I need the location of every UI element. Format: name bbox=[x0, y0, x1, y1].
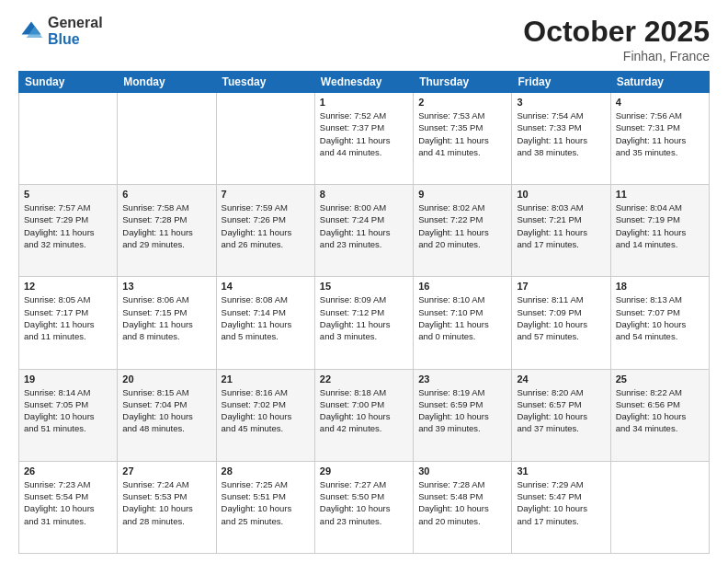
day-cell: 17Sunrise: 8:11 AM Sunset: 7:09 PM Dayli… bbox=[512, 277, 610, 369]
day-cell: 19Sunrise: 8:14 AM Sunset: 7:05 PM Dayli… bbox=[19, 369, 118, 461]
day-info: Sunrise: 8:16 AM Sunset: 7:02 PM Dayligh… bbox=[222, 386, 310, 435]
day-number: 21 bbox=[222, 373, 310, 385]
day-info: Sunrise: 8:02 AM Sunset: 7:22 PM Dayligh… bbox=[418, 201, 506, 250]
day-cell: 21Sunrise: 8:16 AM Sunset: 7:02 PM Dayli… bbox=[216, 369, 314, 461]
day-cell: 2Sunrise: 7:53 AM Sunset: 7:35 PM Daylig… bbox=[414, 93, 512, 185]
day-number: 17 bbox=[517, 281, 605, 292]
day-info: Sunrise: 7:56 AM Sunset: 7:31 PM Dayligh… bbox=[616, 109, 704, 158]
day-cell: 1Sunrise: 7:52 AM Sunset: 7:37 PM Daylig… bbox=[314, 93, 413, 185]
day-cell: 24Sunrise: 8:20 AM Sunset: 6:57 PM Dayli… bbox=[512, 369, 610, 461]
day-cell: 18Sunrise: 8:13 AM Sunset: 7:07 PM Dayli… bbox=[610, 277, 709, 369]
day-info: Sunrise: 7:58 AM Sunset: 7:28 PM Dayligh… bbox=[122, 201, 210, 250]
day-number: 3 bbox=[517, 97, 605, 108]
day-number: 10 bbox=[517, 189, 605, 200]
day-cell bbox=[118, 93, 216, 185]
day-number: 5 bbox=[24, 189, 112, 200]
weekday-tuesday: Tuesday bbox=[216, 72, 314, 93]
logo-general: General bbox=[48, 15, 103, 31]
day-number: 9 bbox=[418, 189, 506, 200]
day-cell: 11Sunrise: 8:04 AM Sunset: 7:19 PM Dayli… bbox=[610, 185, 709, 277]
weekday-header-row: SundayMondayTuesdayWednesdayThursdayFrid… bbox=[19, 72, 710, 93]
day-info: Sunrise: 8:22 AM Sunset: 6:56 PM Dayligh… bbox=[616, 386, 704, 435]
day-cell: 22Sunrise: 8:18 AM Sunset: 7:00 PM Dayli… bbox=[314, 369, 413, 461]
weekday-friday: Friday bbox=[512, 72, 610, 93]
day-info: Sunrise: 7:28 AM Sunset: 5:48 PM Dayligh… bbox=[418, 478, 506, 527]
weekday-wednesday: Wednesday bbox=[314, 72, 413, 93]
day-cell: 5Sunrise: 7:57 AM Sunset: 7:29 PM Daylig… bbox=[19, 185, 118, 277]
day-info: Sunrise: 8:08 AM Sunset: 7:14 PM Dayligh… bbox=[222, 293, 310, 342]
day-info: Sunrise: 8:03 AM Sunset: 7:21 PM Dayligh… bbox=[517, 201, 605, 250]
day-cell: 27Sunrise: 7:24 AM Sunset: 5:53 PM Dayli… bbox=[118, 461, 216, 553]
week-row-5: 26Sunrise: 7:23 AM Sunset: 5:54 PM Dayli… bbox=[19, 461, 710, 553]
day-info: Sunrise: 7:54 AM Sunset: 7:33 PM Dayligh… bbox=[517, 109, 605, 158]
day-info: Sunrise: 8:04 AM Sunset: 7:19 PM Dayligh… bbox=[616, 201, 704, 250]
day-cell: 25Sunrise: 8:22 AM Sunset: 6:56 PM Dayli… bbox=[610, 369, 709, 461]
weekday-saturday: Saturday bbox=[610, 72, 709, 93]
day-info: Sunrise: 7:59 AM Sunset: 7:26 PM Dayligh… bbox=[222, 201, 310, 250]
day-info: Sunrise: 7:29 AM Sunset: 5:47 PM Dayligh… bbox=[517, 478, 605, 527]
day-cell: 23Sunrise: 8:19 AM Sunset: 6:59 PM Dayli… bbox=[414, 369, 512, 461]
week-row-4: 19Sunrise: 8:14 AM Sunset: 7:05 PM Dayli… bbox=[19, 369, 710, 461]
day-number: 19 bbox=[24, 373, 112, 385]
day-number: 12 bbox=[24, 281, 112, 292]
day-cell: 12Sunrise: 8:05 AM Sunset: 7:17 PM Dayli… bbox=[19, 277, 118, 369]
day-cell: 10Sunrise: 8:03 AM Sunset: 7:21 PM Dayli… bbox=[512, 185, 610, 277]
day-number: 24 bbox=[517, 373, 605, 385]
day-number: 28 bbox=[222, 465, 310, 477]
day-number: 7 bbox=[222, 189, 310, 200]
day-info: Sunrise: 7:23 AM Sunset: 5:54 PM Dayligh… bbox=[24, 478, 112, 527]
day-info: Sunrise: 7:57 AM Sunset: 7:29 PM Dayligh… bbox=[24, 201, 112, 250]
day-cell bbox=[610, 461, 709, 553]
day-number: 26 bbox=[24, 465, 112, 477]
day-info: Sunrise: 8:18 AM Sunset: 7:00 PM Dayligh… bbox=[320, 386, 408, 435]
day-number: 6 bbox=[122, 189, 210, 200]
day-info: Sunrise: 7:25 AM Sunset: 5:51 PM Dayligh… bbox=[222, 478, 310, 527]
day-info: Sunrise: 8:20 AM Sunset: 6:57 PM Dayligh… bbox=[517, 386, 605, 435]
day-info: Sunrise: 8:10 AM Sunset: 7:10 PM Dayligh… bbox=[418, 293, 506, 342]
day-info: Sunrise: 8:19 AM Sunset: 6:59 PM Dayligh… bbox=[418, 386, 506, 435]
title-area: October 2025 Finhan, France bbox=[523, 15, 710, 63]
day-number: 23 bbox=[418, 373, 506, 385]
week-row-3: 12Sunrise: 8:05 AM Sunset: 7:17 PM Dayli… bbox=[19, 277, 710, 369]
day-cell: 9Sunrise: 8:02 AM Sunset: 7:22 PM Daylig… bbox=[414, 185, 512, 277]
day-info: Sunrise: 8:14 AM Sunset: 7:05 PM Dayligh… bbox=[24, 386, 112, 435]
month-title: October 2025 bbox=[523, 15, 710, 49]
day-number: 4 bbox=[616, 97, 704, 108]
week-row-2: 5Sunrise: 7:57 AM Sunset: 7:29 PM Daylig… bbox=[19, 185, 710, 277]
day-info: Sunrise: 7:52 AM Sunset: 7:37 PM Dayligh… bbox=[320, 109, 408, 158]
location: Finhan, France bbox=[523, 49, 710, 63]
day-cell: 4Sunrise: 7:56 AM Sunset: 7:31 PM Daylig… bbox=[610, 93, 709, 185]
logo-blue: Blue bbox=[48, 31, 103, 48]
day-number: 2 bbox=[418, 97, 506, 108]
day-number: 11 bbox=[616, 189, 704, 200]
day-cell bbox=[19, 93, 118, 185]
day-info: Sunrise: 7:53 AM Sunset: 7:35 PM Dayligh… bbox=[418, 109, 506, 158]
weekday-monday: Monday bbox=[118, 72, 216, 93]
day-info: Sunrise: 7:27 AM Sunset: 5:50 PM Dayligh… bbox=[320, 478, 408, 527]
calendar: SundayMondayTuesdayWednesdayThursdayFrid… bbox=[18, 71, 710, 554]
day-number: 8 bbox=[320, 189, 408, 200]
day-number: 25 bbox=[616, 373, 704, 385]
day-number: 18 bbox=[616, 281, 704, 292]
day-cell: 31Sunrise: 7:29 AM Sunset: 5:47 PM Dayli… bbox=[512, 461, 610, 553]
logo: General Blue bbox=[18, 15, 103, 47]
day-info: Sunrise: 8:00 AM Sunset: 7:24 PM Dayligh… bbox=[320, 201, 408, 250]
day-cell: 29Sunrise: 7:27 AM Sunset: 5:50 PM Dayli… bbox=[314, 461, 413, 553]
day-number: 29 bbox=[320, 465, 408, 477]
day-number: 30 bbox=[418, 465, 506, 477]
week-row-1: 1Sunrise: 7:52 AM Sunset: 7:37 PM Daylig… bbox=[19, 93, 710, 185]
day-cell: 6Sunrise: 7:58 AM Sunset: 7:28 PM Daylig… bbox=[118, 185, 216, 277]
day-cell bbox=[216, 93, 314, 185]
day-info: Sunrise: 8:05 AM Sunset: 7:17 PM Dayligh… bbox=[24, 293, 112, 342]
day-number: 1 bbox=[320, 97, 408, 108]
day-number: 22 bbox=[320, 373, 408, 385]
day-info: Sunrise: 8:15 AM Sunset: 7:04 PM Dayligh… bbox=[122, 386, 210, 435]
day-info: Sunrise: 7:24 AM Sunset: 5:53 PM Dayligh… bbox=[122, 478, 210, 527]
day-info: Sunrise: 8:13 AM Sunset: 7:07 PM Dayligh… bbox=[616, 293, 704, 342]
day-cell: 15Sunrise: 8:09 AM Sunset: 7:12 PM Dayli… bbox=[314, 277, 413, 369]
day-info: Sunrise: 8:06 AM Sunset: 7:15 PM Dayligh… bbox=[122, 293, 210, 342]
day-number: 20 bbox=[122, 373, 210, 385]
header: General Blue October 2025 Finhan, France bbox=[18, 15, 710, 63]
day-number: 27 bbox=[122, 465, 210, 477]
weekday-sunday: Sunday bbox=[19, 72, 118, 93]
